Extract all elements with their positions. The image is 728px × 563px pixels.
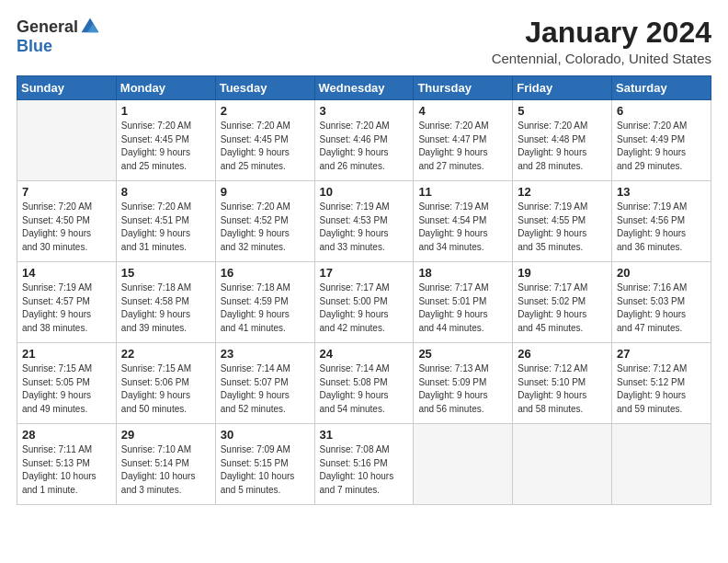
day-info: Sunrise: 7:15 AM Sunset: 5:06 PM Dayligh… (121, 362, 210, 416)
title-block: January 2024 Centennial, Colorado, Unite… (492, 17, 711, 66)
day-number: 6 (617, 104, 706, 118)
day-info: Sunrise: 7:17 AM Sunset: 5:00 PM Dayligh… (320, 282, 409, 335)
day-number: 20 (617, 266, 706, 280)
logo-general-text: General (17, 17, 78, 37)
day-info: Sunrise: 7:19 AM Sunset: 4:57 PM Dayligh… (22, 282, 111, 335)
day-info: Sunrise: 7:14 AM Sunset: 5:08 PM Dayligh… (320, 362, 409, 416)
calendar-cell: 6Sunrise: 7:20 AM Sunset: 4:49 PM Daylig… (612, 100, 711, 181)
day-number: 26 (518, 347, 607, 361)
day-info: Sunrise: 7:11 AM Sunset: 5:13 PM Dayligh… (22, 443, 111, 497)
calendar-week-4: 21Sunrise: 7:15 AM Sunset: 5:05 PM Dayli… (17, 343, 711, 424)
day-info: Sunrise: 7:18 AM Sunset: 4:59 PM Dayligh… (221, 282, 310, 335)
calendar-cell: 16Sunrise: 7:18 AM Sunset: 4:59 PM Dayli… (215, 262, 314, 343)
month-title: January 2024 (492, 17, 711, 49)
day-info: Sunrise: 7:18 AM Sunset: 4:58 PM Dayligh… (121, 282, 210, 335)
day-number: 27 (617, 347, 706, 361)
day-info: Sunrise: 7:20 AM Sunset: 4:45 PM Dayligh… (121, 120, 210, 173)
col-thursday: Thursday (414, 76, 513, 100)
day-number: 3 (320, 104, 409, 118)
day-info: Sunrise: 7:19 AM Sunset: 4:55 PM Dayligh… (518, 201, 607, 254)
day-info: Sunrise: 7:12 AM Sunset: 5:12 PM Dayligh… (617, 362, 706, 416)
calendar-cell: 28Sunrise: 7:11 AM Sunset: 5:13 PM Dayli… (17, 424, 117, 505)
calendar-cell (612, 424, 711, 505)
logo-blue-text: Blue (17, 37, 52, 55)
calendar-cell: 15Sunrise: 7:18 AM Sunset: 4:58 PM Dayli… (116, 262, 215, 343)
calendar-cell: 8Sunrise: 7:20 AM Sunset: 4:51 PM Daylig… (116, 181, 215, 262)
day-info: Sunrise: 7:20 AM Sunset: 4:48 PM Dayligh… (518, 120, 607, 173)
day-number: 12 (518, 185, 607, 199)
day-number: 16 (221, 266, 310, 280)
calendar-week-2: 7Sunrise: 7:20 AM Sunset: 4:50 PM Daylig… (17, 181, 711, 262)
col-tuesday: Tuesday (215, 76, 314, 100)
day-info: Sunrise: 7:10 AM Sunset: 5:14 PM Dayligh… (121, 443, 210, 497)
day-info: Sunrise: 7:17 AM Sunset: 5:02 PM Dayligh… (518, 282, 607, 335)
calendar-header-row: Sunday Monday Tuesday Wednesday Thursday… (17, 76, 711, 100)
day-info: Sunrise: 7:09 AM Sunset: 5:15 PM Dayligh… (221, 443, 310, 497)
calendar-cell: 23Sunrise: 7:14 AM Sunset: 5:07 PM Dayli… (215, 343, 314, 424)
calendar-cell: 1Sunrise: 7:20 AM Sunset: 4:45 PM Daylig… (116, 100, 215, 181)
calendar-cell: 30Sunrise: 7:09 AM Sunset: 5:15 PM Dayli… (215, 424, 314, 505)
day-number: 11 (418, 185, 507, 199)
calendar-cell (513, 424, 612, 505)
calendar-cell: 25Sunrise: 7:13 AM Sunset: 5:09 PM Dayli… (414, 343, 513, 424)
calendar-cell: 22Sunrise: 7:15 AM Sunset: 5:06 PM Dayli… (116, 343, 215, 424)
calendar-week-5: 28Sunrise: 7:11 AM Sunset: 5:13 PM Dayli… (17, 424, 711, 505)
day-number: 9 (221, 185, 310, 199)
calendar-cell: 29Sunrise: 7:10 AM Sunset: 5:14 PM Dayli… (116, 424, 215, 505)
day-info: Sunrise: 7:13 AM Sunset: 5:09 PM Dayligh… (418, 362, 507, 416)
calendar-week-1: 1Sunrise: 7:20 AM Sunset: 4:45 PM Daylig… (17, 100, 711, 181)
day-info: Sunrise: 7:20 AM Sunset: 4:49 PM Dayligh… (617, 120, 706, 173)
day-number: 4 (418, 104, 507, 118)
calendar-cell (17, 100, 117, 181)
day-number: 28 (22, 428, 111, 442)
calendar-cell: 4Sunrise: 7:20 AM Sunset: 4:47 PM Daylig… (414, 100, 513, 181)
day-info: Sunrise: 7:19 AM Sunset: 4:54 PM Dayligh… (418, 201, 507, 254)
col-monday: Monday (116, 76, 215, 100)
day-number: 8 (121, 185, 210, 199)
day-info: Sunrise: 7:14 AM Sunset: 5:07 PM Dayligh… (221, 362, 310, 416)
calendar-week-3: 14Sunrise: 7:19 AM Sunset: 4:57 PM Dayli… (17, 262, 711, 343)
day-info: Sunrise: 7:17 AM Sunset: 5:01 PM Dayligh… (418, 282, 507, 335)
location: Centennial, Colorado, United States (492, 51, 711, 66)
calendar-cell: 18Sunrise: 7:17 AM Sunset: 5:01 PM Dayli… (414, 262, 513, 343)
logo: General Blue (17, 17, 100, 56)
day-number: 24 (320, 347, 409, 361)
day-number: 17 (320, 266, 409, 280)
day-number: 19 (518, 266, 607, 280)
day-number: 22 (121, 347, 210, 361)
calendar-cell: 12Sunrise: 7:19 AM Sunset: 4:55 PM Dayli… (513, 181, 612, 262)
day-info: Sunrise: 7:20 AM Sunset: 4:50 PM Dayligh… (22, 201, 111, 254)
calendar-cell: 7Sunrise: 7:20 AM Sunset: 4:50 PM Daylig… (17, 181, 117, 262)
calendar-cell: 5Sunrise: 7:20 AM Sunset: 4:48 PM Daylig… (513, 100, 612, 181)
day-number: 1 (121, 104, 210, 118)
calendar-cell: 11Sunrise: 7:19 AM Sunset: 4:54 PM Dayli… (414, 181, 513, 262)
calendar-cell: 13Sunrise: 7:19 AM Sunset: 4:56 PM Dayli… (612, 181, 711, 262)
day-info: Sunrise: 7:20 AM Sunset: 4:51 PM Dayligh… (121, 201, 210, 254)
calendar-cell (414, 424, 513, 505)
day-number: 2 (221, 104, 310, 118)
calendar-cell: 20Sunrise: 7:16 AM Sunset: 5:03 PM Dayli… (612, 262, 711, 343)
day-info: Sunrise: 7:20 AM Sunset: 4:46 PM Dayligh… (320, 120, 409, 173)
calendar-cell: 27Sunrise: 7:12 AM Sunset: 5:12 PM Dayli… (612, 343, 711, 424)
day-number: 18 (418, 266, 507, 280)
day-info: Sunrise: 7:15 AM Sunset: 5:05 PM Dayligh… (22, 362, 111, 416)
day-info: Sunrise: 7:16 AM Sunset: 5:03 PM Dayligh… (617, 282, 706, 335)
logo-icon (80, 17, 100, 37)
calendar-cell: 2Sunrise: 7:20 AM Sunset: 4:45 PM Daylig… (215, 100, 314, 181)
day-info: Sunrise: 7:20 AM Sunset: 4:47 PM Dayligh… (418, 120, 507, 173)
day-number: 25 (418, 347, 507, 361)
calendar-cell: 14Sunrise: 7:19 AM Sunset: 4:57 PM Dayli… (17, 262, 117, 343)
calendar-cell: 24Sunrise: 7:14 AM Sunset: 5:08 PM Dayli… (314, 343, 414, 424)
calendar-body: 1Sunrise: 7:20 AM Sunset: 4:45 PM Daylig… (17, 100, 711, 505)
calendar-cell: 31Sunrise: 7:08 AM Sunset: 5:16 PM Dayli… (314, 424, 414, 505)
day-number: 10 (320, 185, 409, 199)
day-number: 29 (121, 428, 210, 442)
page: General Blue January 2024 Centennial, Co… (0, 0, 728, 563)
col-saturday: Saturday (612, 76, 711, 100)
day-info: Sunrise: 7:08 AM Sunset: 5:16 PM Dayligh… (320, 443, 409, 497)
calendar-cell: 19Sunrise: 7:17 AM Sunset: 5:02 PM Dayli… (513, 262, 612, 343)
day-number: 23 (221, 347, 310, 361)
calendar-cell: 21Sunrise: 7:15 AM Sunset: 5:05 PM Dayli… (17, 343, 117, 424)
calendar: Sunday Monday Tuesday Wednesday Thursday… (17, 75, 711, 505)
day-number: 31 (320, 428, 409, 442)
